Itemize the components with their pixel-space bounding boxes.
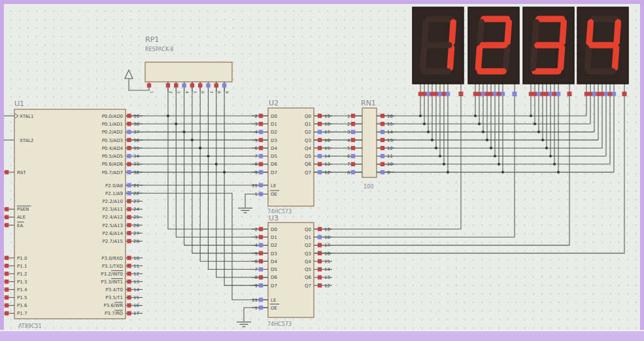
pin-name: D5 [271, 267, 277, 272]
pin-state-red [127, 207, 131, 211]
pin-name: P2.3/A11 [103, 207, 123, 212]
pin-name: D6 [271, 275, 277, 280]
ref-rn1: RN1 [361, 99, 376, 107]
pin-state-blue [182, 83, 186, 87]
pin-name: D4 [271, 259, 277, 264]
value-rn1: 100 [364, 184, 373, 190]
pin-name: XTAL1 [20, 114, 34, 119]
pin-name: OE [271, 306, 277, 311]
segment-c-lit [560, 48, 562, 68]
pin-state-blue [259, 243, 263, 247]
pin-number: 4 [185, 91, 190, 94]
pin-name: P1.2 [17, 272, 27, 277]
pin-number: 14 [133, 287, 139, 293]
junction-dot [423, 122, 426, 125]
seven-seg-display-2[interactable] [468, 7, 519, 84]
pin-state-red [473, 92, 477, 96]
pin-state-blue [318, 130, 322, 134]
pin-state-red [5, 303, 8, 307]
pin-number: 23 [133, 199, 139, 204]
junction-dot [419, 115, 422, 117]
junction-dot [498, 163, 500, 166]
pin-state-red [489, 92, 493, 96]
rp1-chip-body[interactable] [145, 62, 232, 82]
pin-state-blue [259, 267, 263, 271]
pin-state-red [127, 199, 131, 203]
pin-number: 11 [387, 154, 393, 159]
pin-state-red [588, 92, 592, 96]
pin-name: LE [271, 183, 276, 188]
pin-state-blue [446, 92, 450, 96]
pin-name: P1.3 [17, 279, 27, 285]
pin-state-blue [438, 92, 442, 96]
seven-seg-display-1[interactable] [413, 7, 464, 84]
pin-state-blue [501, 92, 505, 96]
pin-state-red [127, 231, 131, 235]
junction-dot [553, 163, 556, 166]
junction-dot [215, 163, 218, 166]
pin-state-red [585, 92, 588, 96]
pin-state-red [497, 92, 501, 96]
pin-state-red [259, 146, 263, 150]
pin-state-blue [612, 92, 616, 96]
pin-state-blue [127, 183, 131, 187]
pin-number: 2 [255, 114, 258, 119]
pin-state-red [529, 92, 533, 96]
pin-number: 3 [255, 235, 258, 240]
pin-state-red [434, 92, 438, 96]
pin-number: 18 [324, 122, 330, 127]
pin-name: D3 [271, 251, 277, 257]
proteus-schematic-window: 39P0.0/AD038P0.1/AD137P0.2/AD236P0.3/AD3… [0, 0, 644, 341]
junction-dot [545, 147, 548, 149]
pin-state-blue [537, 92, 541, 96]
pin-state-blue [592, 92, 596, 96]
pin-state-blue [513, 92, 517, 96]
pin-state-red [422, 92, 426, 96]
pin-number: 12 [133, 272, 139, 277]
seven-seg-display-3[interactable] [523, 7, 574, 84]
pin-state-blue [259, 298, 263, 302]
pin-state-red [259, 227, 263, 231]
pin-number: 3 [347, 130, 350, 135]
pin-state-red [318, 114, 322, 118]
pin-name: P3.5/T1 [106, 295, 123, 300]
pin-number: 38 [133, 122, 139, 127]
seven-seg-display-4[interactable] [577, 7, 628, 84]
pin-state-blue [222, 83, 226, 87]
pin-state-red [147, 83, 151, 87]
pin-state-red [127, 122, 131, 126]
pin-state-red [166, 83, 170, 87]
ref-u3: U3 [269, 214, 279, 223]
pin-name: D1 [271, 122, 277, 127]
junction-dot [490, 147, 492, 149]
pin-number: 12 [324, 283, 330, 289]
pin-number: 15 [133, 295, 139, 300]
pin-name: D1 [271, 235, 277, 240]
pin-name: Q0 [305, 114, 311, 119]
pin-state-red [318, 251, 322, 255]
pin-name: P3.4/T0 [106, 287, 123, 293]
pin-state-blue [318, 170, 322, 174]
pin-number: 12 [324, 170, 330, 175]
frame-bottom [0, 331, 644, 341]
pin-state-red [127, 264, 131, 268]
rn1-chip-body[interactable] [362, 108, 377, 177]
segment-f-dim [535, 22, 536, 43]
pin-state-red [259, 162, 263, 166]
schematic-canvas[interactable]: 39P0.0/AD038P0.1/AD137P0.2/AD236P0.3/AD3… [0, 0, 644, 341]
pin-state-red [318, 243, 322, 247]
segment-c-dim [505, 48, 507, 68]
pin-number: 21 [133, 183, 139, 188]
junction-dot [537, 131, 540, 134]
pin-name: EA [17, 223, 23, 228]
pin-name: P0.5/AD5 [102, 154, 123, 159]
pin-number: 27 [133, 231, 139, 236]
pin-state-blue [481, 92, 485, 96]
junction-dot [557, 171, 560, 173]
pin-state-red [198, 83, 202, 87]
pin-number: 5 [193, 91, 197, 94]
pin-name: P0.0/AD0 [102, 114, 123, 119]
pin-number: 6 [255, 259, 258, 264]
pin-state-blue [318, 154, 322, 158]
junction-dot [447, 171, 449, 173]
